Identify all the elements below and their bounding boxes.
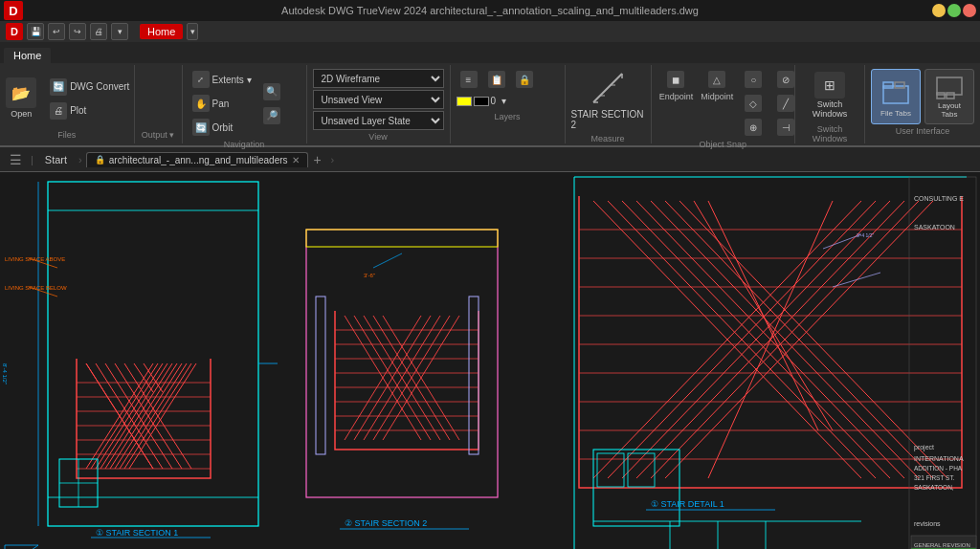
orbit-button[interactable]: 🔄 Orbit [189, 117, 256, 138]
switch-windows-content: ⊞ SwitchWindows [809, 69, 851, 122]
window-title: Autodesk DWG TrueView 2024 architectural… [281, 5, 699, 16]
svg-text:SASKATOON: SASKATOON [914, 224, 955, 231]
endpoint-label: Endpoint [659, 92, 694, 101]
new-tab-button[interactable]: + [308, 150, 327, 169]
extents-icon: ⤢ [192, 71, 210, 88]
objsnap-content: ◼ Endpoint △ Midpoint ○ ◇ ⊕ ⊘ ╱ [659, 69, 787, 138]
svg-text:revisions: revisions [914, 520, 941, 527]
snap-icon6: ⊣ [777, 119, 794, 136]
layer-dropdown-btn[interactable]: ▾ [498, 94, 510, 108]
snap-icon2: ◇ [745, 95, 762, 112]
home-dropdown[interactable]: ▾ [187, 23, 198, 40]
endpoint-group: ◼ Endpoint [659, 69, 694, 138]
svg-rect-7 [895, 82, 904, 88]
svg-line-0 [593, 74, 622, 102]
minimize-btn[interactable] [932, 4, 946, 17]
switch-windows-label: SwitchWindows [813, 100, 848, 120]
measure-label[interactable]: STAIR SECTION 2 [571, 109, 645, 130]
files-group-label: Files [57, 128, 76, 140]
tab-menu-icon[interactable]: ☰ [4, 148, 27, 171]
color-row: 0 ▾ [457, 94, 559, 108]
switch-windows-button[interactable]: ⊞ SwitchWindows [809, 69, 851, 122]
color-swatch-black[interactable] [474, 97, 489, 106]
pan-button[interactable]: ✋ Pan [189, 93, 256, 114]
app-icon-qa: D [6, 23, 23, 40]
close-btn[interactable] [963, 4, 976, 17]
layer-state-dropdown[interactable]: Unsaved Layer State [313, 111, 444, 130]
ribbon-group-switch-windows: ⊞ SwitchWindows Switch Windows [795, 65, 865, 143]
file-tabs-button[interactable]: File Tabs [871, 69, 921, 124]
layer-state-btn[interactable]: 📋 [484, 69, 509, 90]
plot-label: Plot [70, 105, 86, 116]
tab-start[interactable]: Start [37, 152, 75, 167]
undo-quick-btn[interactable]: ↩ [48, 23, 65, 40]
files-buttons: 📂 Open 🔄 DWG Convert 🖨 Plot [0, 69, 133, 128]
color-swatch-yellow[interactable] [457, 97, 472, 106]
svg-text:LIVING SPACE ABOVE: LIVING SPACE ABOVE [5, 256, 65, 262]
svg-rect-9 [937, 93, 945, 99]
snap-btn2[interactable]: ◇ [741, 93, 766, 114]
snap-btn3[interactable]: ⊕ [741, 117, 766, 138]
ribbon: Home 📂 Open 🔄 DWG Convert 🖨 Plot [0, 42, 980, 147]
dwg-convert-label: DWG Convert [70, 81, 129, 92]
file-tabs-icon [879, 76, 913, 110]
svg-text:SASKATOON,: SASKATOON, [914, 484, 954, 491]
midpoint-button[interactable]: △ [704, 69, 729, 90]
tab-home[interactable]: Home [4, 48, 51, 63]
zoom-in-icon: 🔍 [263, 83, 280, 100]
dwg-convert-icon: 🔄 [50, 78, 67, 96]
navigation-group-label: Navigation [189, 138, 301, 149]
svg-text:3'-6": 3'-6" [364, 273, 375, 278]
dwg-convert-button[interactable]: 🔄 DWG Convert [46, 77, 133, 98]
ribbon-group-output: Output ▾ [135, 65, 183, 143]
midpoint-icon: △ [708, 71, 725, 88]
ui-group-label: User Interface [896, 124, 950, 136]
maximize-btn[interactable] [947, 4, 961, 17]
breadcrumb-separator: › [78, 154, 82, 165]
objsnap-group-label: Object Snap [659, 138, 787, 149]
switch-windows-group-label: Switch Windows [801, 122, 858, 143]
layer-isolate-icon: 🔒 [516, 71, 533, 88]
extents-button[interactable]: ⤢ Extents ▾ [189, 69, 256, 90]
view-group-label: View [313, 130, 444, 142]
layer-properties-btn[interactable]: ≡ [457, 69, 481, 90]
zoom-out-icon: 🔎 [263, 107, 280, 124]
open-button[interactable]: 📂 Open [0, 72, 42, 125]
svg-text:project: project [914, 444, 934, 451]
zoom-in-button[interactable]: 🔍 [259, 81, 284, 102]
save-quick-btn[interactable]: 💾 [27, 23, 44, 40]
more-quick-btn[interactable]: ▾ [111, 23, 128, 40]
wireframe-dropdown[interactable]: 2D Wireframe [313, 69, 444, 88]
saved-view-dropdown[interactable]: Unsaved View [313, 90, 444, 109]
home-menu-btn[interactable]: Home [140, 24, 183, 39]
ribbon-group-user-interface: File Tabs Layout Tabs User Interface [865, 65, 980, 143]
view-content: 2D Wireframe Unsaved View Unsaved Layer … [313, 69, 444, 130]
print-quick-btn[interactable]: 🖨 [90, 23, 107, 40]
nav-top: ⤢ Extents ▾ ✋ Pan 🔄 Orbit 🔍 [189, 69, 301, 138]
ribbon-group-navigation: ⤢ Extents ▾ ✋ Pan 🔄 Orbit 🔍 [183, 65, 307, 143]
layer-isolate-btn[interactable]: 🔒 [512, 69, 537, 90]
orbit-label: Orbit [212, 122, 234, 133]
ribbon-group-layers: ≡ 📋 🔒 0 ▾ Layers [451, 65, 566, 143]
redo-quick-btn[interactable]: ↪ [69, 23, 86, 40]
svg-text:321 FIRST ST.: 321 FIRST ST. [914, 474, 955, 481]
doc-tab-close[interactable]: ✕ [292, 155, 300, 165]
layout-tabs-button[interactable]: Layout Tabs [924, 69, 974, 124]
svg-text:① STAIR SECTION 1: ① STAIR SECTION 1 [96, 528, 178, 538]
zoom-out-button[interactable]: 🔎 [259, 105, 284, 126]
drawing-canvas[interactable]: ① STAIR SECTION 1 LIVING SPACE ABOVE LIV… [0, 172, 980, 549]
active-document-tab[interactable]: 🔒 architectural_-_ann...ng_and_multilead… [86, 152, 308, 167]
open-label: Open [11, 110, 32, 120]
midpoint-label: Midpoint [701, 92, 733, 101]
svg-text:① STAIR DETAIL 1: ① STAIR DETAIL 1 [651, 499, 724, 509]
svg-text:CONSULTING E: CONSULTING E [914, 195, 964, 202]
orbit-icon: 🔄 [192, 119, 210, 136]
endpoint-button[interactable]: ◼ [663, 69, 688, 90]
measure-button[interactable] [585, 69, 631, 107]
tab-separator: | [31, 154, 33, 165]
plot-button[interactable]: 🖨 Plot [46, 100, 133, 121]
snap-btn1[interactable]: ○ [741, 69, 766, 90]
midpoint-group: △ Midpoint [701, 69, 733, 138]
pan-label: Pan [212, 99, 230, 109]
breadcrumb-end: › [331, 154, 335, 165]
